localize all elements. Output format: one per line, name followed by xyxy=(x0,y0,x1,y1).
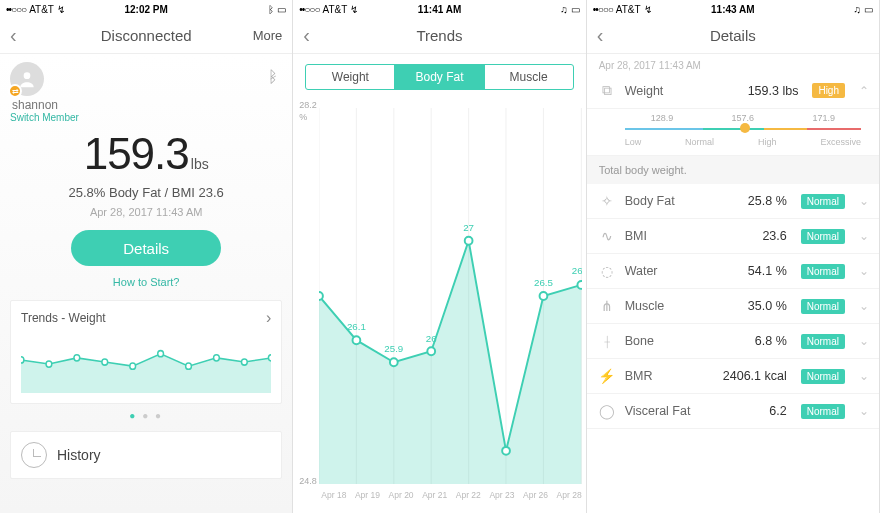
home-screen: ••○○○ AT&T ↯ 12:02 PM ᛒ▭ ‹ Disconnected … xyxy=(0,0,293,513)
nav-bar: ‹ Disconnected More xyxy=(0,18,292,54)
nav-title: Disconnected xyxy=(0,27,292,44)
row-bmr[interactable]: ⚡BMR2406.1 kcalNormal⌄ xyxy=(587,359,879,394)
tab-weight[interactable]: Weight xyxy=(306,65,394,89)
row-water[interactable]: ◌Water54.1 %Normal⌄ xyxy=(587,254,879,289)
username: shannon xyxy=(12,98,58,112)
svg-point-7 xyxy=(186,363,192,369)
svg-point-5 xyxy=(130,363,136,369)
nav-bar: ‹ Trends xyxy=(293,18,585,54)
status-badge: Normal xyxy=(801,334,845,349)
timestamp: Apr 28, 2017 11:43 AM xyxy=(10,206,282,218)
svg-point-23 xyxy=(465,237,473,245)
metric-icon: ⚡ xyxy=(597,368,617,384)
svg-point-0 xyxy=(24,72,31,79)
tab-muscle[interactable]: Muscle xyxy=(484,65,573,89)
avatar-badge-icon: ⇄ xyxy=(8,84,22,98)
chevron-up-icon: ⌃ xyxy=(859,84,869,98)
back-icon[interactable]: ‹ xyxy=(303,24,310,47)
metric-icon: ◌ xyxy=(597,263,617,279)
weight-description: Total body weight. xyxy=(587,156,879,184)
svg-point-9 xyxy=(241,359,247,365)
switch-member-link[interactable]: Switch Member xyxy=(10,112,79,123)
chevron-right-icon: › xyxy=(266,309,271,327)
avatar[interactable]: ⇄ xyxy=(10,62,44,96)
status-badge: Normal xyxy=(801,229,845,244)
svg-point-22 xyxy=(428,347,436,355)
svg-point-20 xyxy=(353,336,361,344)
mini-trend-chart xyxy=(21,331,271,393)
svg-text:26.1: 26.1 xyxy=(347,321,366,332)
svg-point-26 xyxy=(578,281,582,289)
more-button[interactable]: More xyxy=(253,28,283,43)
range-knob xyxy=(740,123,750,133)
status-badge: Normal xyxy=(801,194,845,209)
status-badge: Normal xyxy=(801,404,845,419)
nav-title: Trends xyxy=(293,27,585,44)
svg-point-24 xyxy=(502,447,510,455)
svg-point-25 xyxy=(540,292,548,300)
svg-text:25.9: 25.9 xyxy=(385,343,404,354)
details-timestamp: Apr 28, 2017 11:43 AM xyxy=(587,54,879,73)
nav-bar: ‹ Details xyxy=(587,18,879,54)
metric-icon: ✧ xyxy=(597,193,617,209)
status-badge: High xyxy=(812,83,845,98)
svg-point-1 xyxy=(21,357,24,363)
svg-point-2 xyxy=(46,361,52,367)
status-bar: ••○○○ AT&T ↯ 11:41 AM ♫▭ xyxy=(293,0,585,18)
weight-range: 128.9157.6171.9 LowNormalHighExcessive xyxy=(587,109,879,156)
status-bar: ••○○○ AT&T ↯ 12:02 PM ᛒ▭ xyxy=(0,0,292,18)
svg-point-21 xyxy=(390,358,398,366)
chevron-down-icon: ⌄ xyxy=(859,264,869,278)
svg-point-8 xyxy=(214,355,220,361)
svg-point-19 xyxy=(319,292,323,300)
weight-icon: ⧉ xyxy=(597,82,617,99)
row-body-fat[interactable]: ✧Body Fat25.8 %Normal⌄ xyxy=(587,184,879,219)
trends-card[interactable]: Trends - Weight › xyxy=(10,300,282,404)
svg-text:27: 27 xyxy=(464,222,475,233)
row-weight[interactable]: ⧉ Weight 159.3 lbs High ⌃ xyxy=(587,73,879,109)
tab-bodyfat[interactable]: Body Fat xyxy=(394,65,483,89)
status-badge: Normal xyxy=(801,369,845,384)
how-to-start-link[interactable]: How to Start? xyxy=(10,276,282,288)
bodyfat-bmi-text: 25.8% Body Fat / BMI 23.6 xyxy=(10,185,282,200)
svg-point-4 xyxy=(102,359,108,365)
status-badge: Normal xyxy=(801,299,845,314)
row-visceral-fat[interactable]: ◯Visceral Fat6.2Normal⌄ xyxy=(587,394,879,429)
svg-point-6 xyxy=(158,351,164,357)
chevron-down-icon: ⌄ xyxy=(859,299,869,313)
weight-display: 159.3lbs xyxy=(10,129,282,179)
metric-icon: ⋔ xyxy=(597,298,617,314)
details-screen: ••○○○ AT&T ↯ 11:43 AM ♫▭ ‹ Details Apr 2… xyxy=(587,0,880,513)
svg-text:26: 26 xyxy=(426,332,437,343)
nav-title: Details xyxy=(587,27,879,44)
x-axis-labels: Apr 18Apr 19Apr 20Apr 21Apr 22Apr 23Apr … xyxy=(321,490,581,500)
trends-screen: ••○○○ AT&T ↯ 11:41 AM ♫▭ ‹ Trends Weight… xyxy=(293,0,586,513)
metric-icon: ⟊ xyxy=(597,333,617,349)
svg-text:26.5: 26.5 xyxy=(534,277,553,288)
svg-text:26.6: 26.6 xyxy=(572,265,581,276)
chevron-down-icon: ⌄ xyxy=(859,369,869,383)
bodyfat-chart: 28.2 % 24.8 26.1 25.9 26 27 26.5 26.6 xyxy=(297,100,581,500)
svg-point-10 xyxy=(268,355,271,361)
metric-icon: ◯ xyxy=(597,403,617,419)
chevron-down-icon: ⌄ xyxy=(859,404,869,418)
status-bar: ••○○○ AT&T ↯ 11:43 AM ♫▭ xyxy=(587,0,879,18)
row-muscle[interactable]: ⋔Muscle35.0 %Normal⌄ xyxy=(587,289,879,324)
history-icon xyxy=(21,442,47,468)
metric-icon: ∿ xyxy=(597,228,617,244)
chevron-down-icon: ⌄ xyxy=(859,229,869,243)
back-icon[interactable]: ‹ xyxy=(597,24,604,47)
chevron-down-icon: ⌄ xyxy=(859,194,869,208)
back-icon[interactable]: ‹ xyxy=(10,24,17,47)
row-bone[interactable]: ⟊Bone6.8 %Normal⌄ xyxy=(587,324,879,359)
bluetooth-off-icon: ᛒ̸ xyxy=(268,68,278,86)
row-bmi[interactable]: ∿BMI23.6Normal⌄ xyxy=(587,219,879,254)
trends-title: Trends - Weight xyxy=(21,311,106,325)
history-card[interactable]: History xyxy=(10,431,282,479)
svg-point-3 xyxy=(74,355,80,361)
chevron-down-icon: ⌄ xyxy=(859,334,869,348)
page-dots: ● ● ● xyxy=(10,410,282,421)
details-button[interactable]: Details xyxy=(71,230,221,266)
status-badge: Normal xyxy=(801,264,845,279)
segment-control: Weight Body Fat Muscle xyxy=(305,64,573,90)
